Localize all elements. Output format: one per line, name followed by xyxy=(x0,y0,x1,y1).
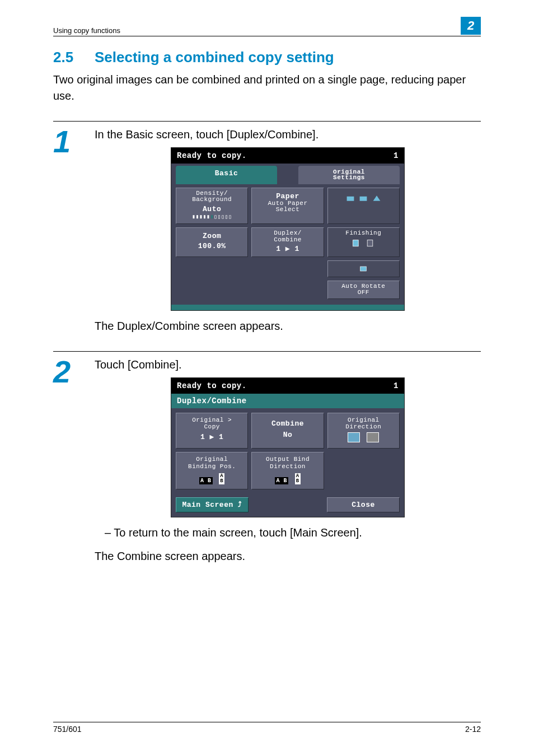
intro-paragraph: Two original images can be combined and … xyxy=(53,72,481,104)
page-header: Using copy functions 2 xyxy=(53,17,481,36)
section-heading: 2.5Selecting a combined copy setting xyxy=(53,49,481,66)
copy-count-2: 1 xyxy=(394,381,399,390)
footer-right: 2-12 xyxy=(465,725,481,734)
density-background-button[interactable]: Density/ Background Auto ▮▮▮▮▮▮▯▯▯▯▯ xyxy=(176,188,248,224)
svg-rect-3 xyxy=(367,240,373,246)
status-text: Ready to copy. xyxy=(177,151,247,160)
breadcrumb: Using copy functions xyxy=(53,26,120,35)
step-1: 1 In the Basic screen, touch [Duplex/Com… xyxy=(53,121,481,311)
basic-screen: Ready to copy. 1 Basic Original Settings… xyxy=(171,147,405,311)
step-2: 2 Touch [Combine]. Ready to copy. 1 Dupl… xyxy=(53,351,481,517)
separate-scan-button[interactable] xyxy=(327,260,400,277)
original-direction-button[interactable]: Original Direction xyxy=(327,413,400,449)
step-1-text: In the Basic screen, touch [Duplex/Combi… xyxy=(95,126,481,143)
step-1-result: The Duplex/Combine screen appears. xyxy=(95,318,481,334)
section-title-text: Selecting a combined copy setting xyxy=(95,49,334,66)
orient-icon-1 xyxy=(348,432,360,442)
step-1-number: 1 xyxy=(53,126,95,311)
original-copy-button[interactable]: Original > Copy 1 ▶ 1 xyxy=(176,413,248,449)
zoom-button[interactable]: Zoom 100.0% xyxy=(176,227,248,257)
tab-basic[interactable]: Basic xyxy=(176,166,277,184)
original-binding-pos-button[interactable]: Original Binding Pos. A B AB xyxy=(176,452,248,489)
orient-icon-2 xyxy=(367,432,379,442)
step-2-text: Touch [Combine]. xyxy=(95,356,481,373)
paper-tray-icons[interactable] xyxy=(327,188,400,224)
ab-vertical-icon: AB xyxy=(219,473,224,484)
copy-count: 1 xyxy=(394,151,399,160)
auto-rotate-button[interactable]: Auto Rotate OFF xyxy=(327,281,400,299)
status-bar: Ready to copy. 1 xyxy=(171,148,404,164)
status-bar-2: Ready to copy. 1 xyxy=(171,378,404,394)
step-2-bullet: – To return to the main screen, touch [M… xyxy=(95,524,481,541)
ab-horizontal-icon-2: A B xyxy=(275,477,288,484)
duplex-combine-button[interactable]: Duplex/ Combine 1 ▶ 1 xyxy=(251,227,324,257)
tab-original-settings[interactable]: Original Settings xyxy=(298,166,400,184)
step-2-result: The Combine screen appears. xyxy=(95,548,481,564)
ab-vertical-icon-2: AB xyxy=(295,473,301,484)
svg-rect-0 xyxy=(346,197,354,201)
combine-button[interactable]: Combine No xyxy=(251,413,324,449)
svg-rect-4 xyxy=(360,267,367,271)
main-screen-button[interactable]: Main Screen ⤴ xyxy=(176,497,249,512)
chapter-number: 2 xyxy=(461,17,481,35)
duplex-combine-screen: Ready to copy. 1 Duplex/Combine Original… xyxy=(171,377,405,517)
footer-left: 751/601 xyxy=(53,725,82,734)
section-number: 2.5 xyxy=(53,49,95,66)
ab-horizontal-icon: A B xyxy=(199,477,213,484)
status-text-2: Ready to copy. xyxy=(177,381,247,390)
finishing-button[interactable]: Finishing xyxy=(327,227,400,257)
step-2-number: 2 xyxy=(53,356,95,517)
page-footer: 751/601 2-12 xyxy=(53,722,481,734)
paper-button[interactable]: Paper Auto Paper Select xyxy=(251,188,324,224)
svg-rect-1 xyxy=(360,197,367,201)
close-button[interactable]: Close xyxy=(327,497,400,512)
screen-title: Duplex/Combine xyxy=(171,394,404,408)
output-bind-direction-button[interactable]: Output Bind Direction A B AB xyxy=(251,452,324,489)
svg-rect-2 xyxy=(353,240,359,246)
